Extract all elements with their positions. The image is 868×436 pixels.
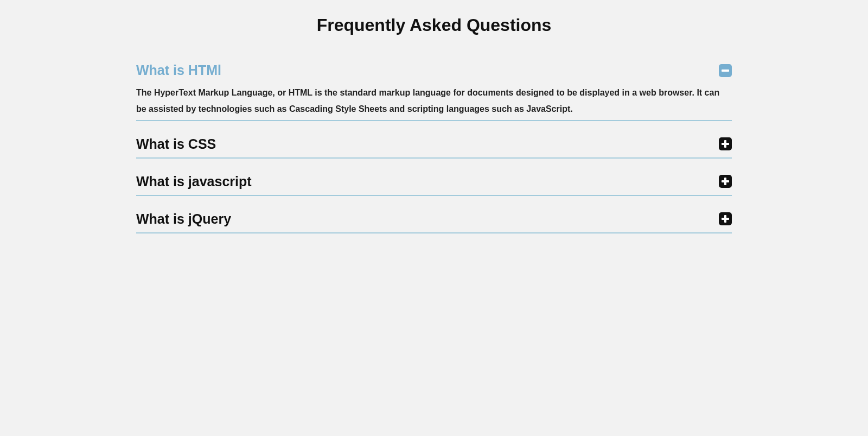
svg-rect-4 [722,180,729,182]
expand-icon[interactable] [719,212,732,225]
faq-answer-html: The HyperText Markup Language, or HTML i… [136,85,732,118]
faq-container: What is HTMl The HyperText Markup Langua… [136,59,732,233]
collapse-icon[interactable] [719,64,732,77]
faq-header-css[interactable]: What is CSS [136,133,732,155]
expand-icon[interactable] [719,137,732,150]
faq-header-jquery[interactable]: What is jQuery [136,208,732,230]
svg-rect-6 [722,218,729,220]
faq-header-html[interactable]: What is HTMl [136,59,732,81]
faq-item-javascript: What is javascript [136,170,732,196]
faq-item-jquery: What is jQuery [136,208,732,233]
faq-item-css: What is CSS [136,133,732,159]
faq-question-css: What is CSS [136,133,216,155]
svg-rect-2 [722,143,729,145]
page-title: Frequently Asked Questions [0,0,868,42]
expand-icon[interactable] [719,175,732,188]
faq-question-javascript: What is javascript [136,170,252,193]
svg-rect-0 [722,69,729,72]
faq-question-html: What is HTMl [136,59,221,81]
faq-question-jquery: What is jQuery [136,208,231,230]
faq-header-javascript[interactable]: What is javascript [136,170,732,193]
faq-item-html: What is HTMl The HyperText Markup Langua… [136,59,732,121]
